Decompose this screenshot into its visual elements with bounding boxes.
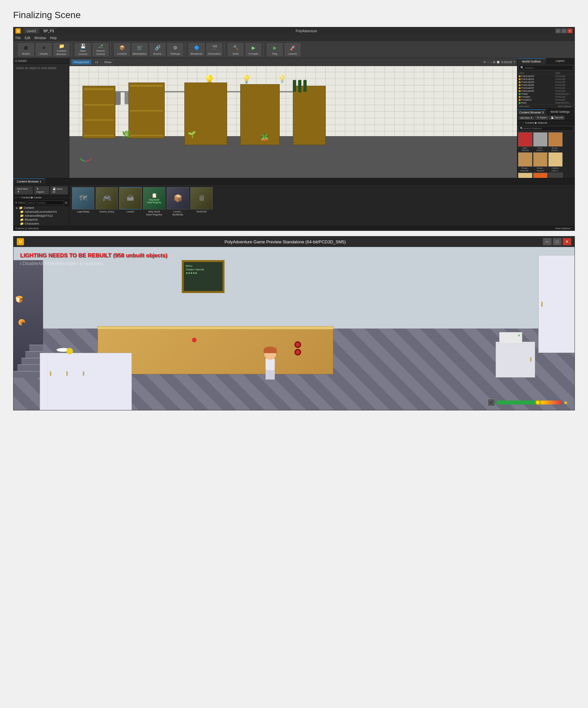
content-item-level1[interactable]: 🏔 Level1 — [119, 187, 142, 216]
tree-forward[interactable]: → — [18, 196, 21, 199]
tree-content[interactable]: ▶ 📁 Content — [13, 206, 69, 210]
mat-item-3[interactable]: Burger_BottomM... — [518, 152, 532, 172]
cinematics-button[interactable]: 🎬 Cinematics — [206, 42, 223, 57]
import-button[interactable]: ⬇ Import — [535, 116, 548, 120]
game-maximize-button[interactable]: □ — [553, 238, 561, 245]
mat-item-8[interactable]: Chalkboard_... — [548, 173, 563, 178]
tree-search[interactable] — [26, 201, 64, 205]
outliner-search[interactable]: 🔍 — [519, 65, 573, 70]
marketplace-button[interactable]: 🛒 Marketplace — [131, 42, 148, 57]
menu-window[interactable]: Window — [34, 36, 46, 40]
maximize-button[interactable]: □ — [561, 29, 567, 33]
actor-name-3: PointLight26 — [521, 84, 555, 86]
tree-back[interactable]: ← — [15, 196, 18, 199]
editor-right-container: World Outliner Layers 🔍 Label Type Point… — [517, 58, 575, 178]
tree-search-input[interactable] — [27, 201, 63, 204]
outliner-item-9[interactable]: Rack StaticMeshAc... — [517, 101, 575, 104]
content-browser-button[interactable]: 📁 Content Browser — [53, 42, 70, 57]
mat-item-1[interactable]: Bowl_bottom... — [533, 132, 548, 152]
layers-tab[interactable]: Layers — [546, 58, 575, 64]
stair-5 — [29, 345, 43, 351]
content-button[interactable]: 📦 Content — [114, 42, 130, 57]
axis-gizmo: X Y Z — [79, 155, 92, 168]
game-close-button[interactable]: ✕ — [563, 238, 571, 245]
editor-tab-bpps[interactable]: BP_PS — [40, 28, 57, 33]
cb-right-search[interactable]: 🔍 — [518, 126, 574, 131]
mat-item-7[interactable]: Carrot_Material — [533, 173, 548, 178]
view-options-link[interactable]: View Options ˅ — [558, 105, 573, 108]
tree-blueprints[interactable]: 📁 Blueprints — [13, 218, 69, 222]
source-button[interactable]: 🔗 Source — [149, 42, 166, 57]
outliner-item-7[interactable]: Pumpkin PointLight — [517, 95, 575, 98]
outliner-search-input[interactable] — [525, 66, 571, 69]
cb-right-nav: ← → Content ▶ Material — [517, 121, 575, 125]
world-outliner-tab[interactable]: World Outliner — [517, 58, 546, 64]
mat-item-4[interactable]: Burger_Material — [533, 152, 548, 172]
mat-item-0[interactable]: Apple_Material — [518, 132, 532, 152]
show-btn[interactable]: Show — [102, 60, 114, 65]
search-settings-icon[interactable]: ⚙ — [65, 201, 68, 205]
marketplace-icon: 🛒 — [136, 44, 144, 52]
content-item-testhud[interactable]: 🖥 TestHUD — [190, 187, 213, 216]
close-button[interactable]: ✕ — [567, 29, 572, 33]
builtdata-thumb: 📦 — [167, 187, 189, 209]
tree-magic[interactable]: 📁 AdvancedMagicFX12 — [13, 214, 69, 218]
cb-search-input[interactable] — [523, 127, 572, 130]
menu-help[interactable]: Help — [50, 36, 57, 40]
add-new-button[interactable]: Add New ▼ — [518, 116, 534, 120]
forward-icon[interactable]: → — [522, 121, 525, 124]
left-counter — [40, 353, 132, 410]
editor-left-panel: ℹ Details Select an object to view detai… — [13, 58, 69, 178]
blueprints-button[interactable]: 🔷 Blueprints — [188, 42, 205, 57]
bread-2: 🥐 — [18, 319, 25, 326]
world-settings-tab[interactable]: World Settings — [546, 109, 575, 115]
view-options-bottom[interactable]: View Options ˅ — [555, 227, 572, 230]
mat-item-6[interactable]: Cabinet_Material — [518, 173, 532, 178]
play-button[interactable]: ▶ Play — [266, 42, 283, 57]
game-minimize-button[interactable]: ─ — [543, 238, 552, 245]
editor-viewport[interactable]: Perspective Lit Show ⟳ ↔ ↕ ⊕ 🔲 0.03125 ? — [69, 58, 517, 178]
details-button[interactable]: ≡ Details — [35, 42, 52, 57]
source-control-button[interactable]: ⎇ Source Control — [92, 42, 109, 57]
content-browser-3-tab[interactable]: Content Browser 3 — [517, 109, 546, 115]
back-icon[interactable]: ← — [519, 121, 521, 124]
build-button[interactable]: 🔨 Build — [227, 42, 244, 57]
outliner-item-2[interactable]: PointLight25 PointLight — [517, 81, 575, 84]
outliner-item-5[interactable]: PointLight29 PointLight — [517, 89, 575, 92]
content-item-lajersmap[interactable]: 🗺 LajersMap — [72, 187, 94, 216]
outliner-item-0[interactable]: PointLight23 PointLight — [517, 75, 575, 78]
mat-item-5[interactable]: Cabinet_bottom... — [548, 152, 563, 172]
menu-edit[interactable]: Edit — [25, 36, 30, 40]
outliner-item-8[interactable]: Pumpkin2 PointLight — [517, 98, 575, 101]
outliner-item-6[interactable]: Potato StaticMeshAc... — [517, 92, 575, 95]
menu-file[interactable]: File — [16, 36, 21, 40]
lit-btn[interactable]: Lit — [93, 60, 100, 65]
kitchen-scene: 🍞 🥐 MenuToday's Special★★★★★ — [13, 247, 575, 410]
tree-characters[interactable]: 📁 Characters — [13, 222, 69, 226]
import-bottom-button[interactable]: ⬇ Import — [34, 186, 49, 194]
tree-locomotion[interactable]: 📁 AdvancedLocomotionV4 — [13, 210, 69, 214]
perspective-btn[interactable]: Perspective — [71, 60, 91, 65]
editor-tab-level1[interactable]: Level1 — [23, 28, 39, 33]
launch-button[interactable]: 🚀 Launch — [284, 42, 301, 57]
content-item-mapbuild[interactable]: 📋 Map BuildData Registry Map BuildData R… — [143, 187, 165, 216]
minimize-button[interactable]: ─ — [555, 29, 561, 33]
modes-button[interactable]: ⊞ Modes — [18, 42, 34, 57]
actor-name-6: Potato — [521, 93, 555, 95]
outliner-item-3[interactable]: PointLight26 PointLight — [517, 84, 575, 87]
left-counter-handle-3 — [83, 371, 84, 376]
settings-button[interactable]: ⚙ Settings — [167, 42, 184, 57]
outliner-item-4[interactable]: PointLight27 PointLight — [517, 87, 575, 89]
save-all-bottom-button[interactable]: 💾 Save All — [50, 186, 68, 194]
content-browser-1-tab[interactable]: Content Browser 1 — [13, 178, 45, 184]
compile-button[interactable]: ▶ Compile — [245, 42, 262, 57]
mat-thumb-0 — [518, 132, 532, 147]
mat-label-2: Burger_Bottom... — [548, 147, 563, 152]
content-item-builtdata[interactable]: 📦 Level1_BuiltData — [167, 187, 189, 216]
outliner-item-1[interactable]: PointLight24 PointLight — [517, 78, 575, 81]
content-item-gameentry[interactable]: 🎮 Game_Entry — [96, 187, 118, 216]
save-all-button[interactable]: 💾 Save All — [549, 116, 565, 120]
mat-item-2[interactable]: Burger_Bottom... — [548, 132, 563, 152]
save-button[interactable]: 💾 Save Current — [74, 42, 91, 57]
add-new-bottom-button[interactable]: Add New ▼ — [15, 186, 33, 194]
